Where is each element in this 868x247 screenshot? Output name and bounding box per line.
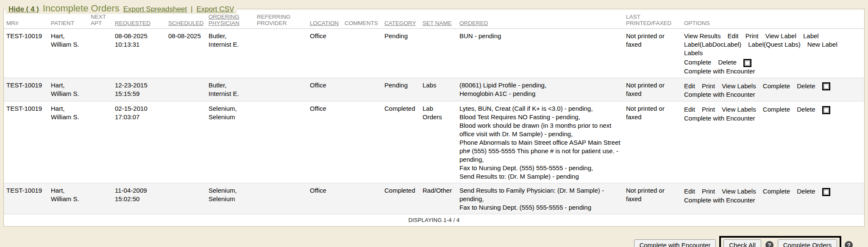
- complete-with-encounter-link[interactable]: Complete with Encounter: [684, 67, 755, 75]
- delete-link[interactable]: Delete: [718, 59, 736, 66]
- labels-link[interactable]: Labels: [684, 49, 703, 56]
- edit-link[interactable]: Edit: [684, 188, 695, 195]
- cell-patient: Hart, William S.: [48, 29, 88, 78]
- cell-options: Edit Print View Labels Complete Delete C…: [682, 101, 864, 183]
- cell-next-apt: [88, 29, 112, 78]
- displaying-bar: DISPLAYING 1-4 / 4: [4, 214, 864, 226]
- cell-physician: Butler, Internist E.: [206, 29, 254, 78]
- column-header-referring-provider: REFERRING PROVIDER: [254, 13, 307, 29]
- column-header-options: OPTIONS: [682, 13, 864, 29]
- view-labels-link[interactable]: View Labels: [722, 82, 756, 90]
- cell-printed: Not printed or faxed: [623, 29, 682, 78]
- column-header-last-printed-faxed: LAST PRINTED/FAXED: [623, 13, 682, 29]
- print-link[interactable]: Print: [702, 188, 715, 195]
- column-header-patient: PATIENT: [48, 13, 88, 29]
- cell-ordered: Lytes, BUN, Creat (Call if K+ is <3.0) -…: [457, 101, 623, 183]
- complete-link[interactable]: Complete: [763, 188, 790, 195]
- delete-link[interactable]: Delete: [797, 82, 815, 90]
- cell-printed: Not printed or faxed: [623, 78, 682, 101]
- cell-location: Office: [307, 183, 342, 214]
- complete-link[interactable]: Complete: [684, 59, 711, 66]
- cell-physician: Butler, Internist E.: [206, 78, 254, 101]
- complete-link[interactable]: Complete: [763, 82, 790, 90]
- complete-with-encounter-button[interactable]: Complete with Encounter: [634, 239, 716, 247]
- incomplete-orders-panel: Hide ( 4 ) Incomplete Orders Export Spre…: [3, 9, 865, 227]
- export-csv-link[interactable]: Export CSV: [196, 5, 234, 14]
- legend-separator: |: [191, 5, 192, 14]
- complete-with-encounter-link[interactable]: Complete with Encounter: [684, 115, 755, 122]
- order-row: TEST-10019Hart, William S.02-15-2010 17:…: [4, 101, 864, 183]
- cell-category: Completed: [382, 183, 420, 214]
- help-icon[interactable]: ?: [845, 241, 853, 247]
- row-checkbox-inner: [824, 190, 829, 194]
- row-checkbox-inner: [824, 84, 829, 89]
- cell-scheduled: [166, 101, 206, 183]
- panel-legend: Hide ( 4 ) Incomplete Orders Export Spre…: [6, 3, 237, 14]
- label-labdoclabel-link[interactable]: Label(LabDocLabel): [684, 41, 741, 48]
- complete-with-encounter-link[interactable]: Complete with Encounter: [684, 196, 755, 204]
- new-label-link[interactable]: New Label: [807, 41, 837, 48]
- column-header-category[interactable]: CATEGORY: [382, 13, 420, 29]
- cell-comments: [342, 29, 382, 78]
- cell-comments: [342, 101, 382, 183]
- orders-table: MR#PATIENTNEXT APTREQUESTEDSCHEDULEDORDE…: [4, 13, 864, 214]
- print-link[interactable]: Print: [746, 32, 759, 39]
- row-checkbox[interactable]: [822, 188, 830, 196]
- cell-ordered: (80061) Lipid Profile - pending, Hemoglo…: [457, 78, 623, 101]
- cell-options: View Results Edit Print View Label Label…: [682, 29, 864, 78]
- view-labels-link[interactable]: View Labels: [722, 188, 756, 195]
- check-all-button[interactable]: Check All: [723, 239, 761, 247]
- option-links-row: Edit Print View Labels Complete Delete: [684, 187, 862, 196]
- column-header-ordered[interactable]: ORDERED: [457, 13, 623, 29]
- row-checkbox[interactable]: [743, 59, 751, 67]
- column-header-next-apt: NEXT APT: [88, 13, 112, 29]
- complete-orders-button[interactable]: Complete Orders: [778, 239, 837, 247]
- cell-set-name: Lab Orders: [420, 101, 457, 183]
- column-header-location[interactable]: LOCATION: [307, 13, 342, 29]
- edit-link[interactable]: Edit: [728, 32, 739, 39]
- cell-location: Office: [307, 101, 342, 183]
- delete-link[interactable]: Delete: [797, 106, 815, 113]
- column-header-mr: MR#: [4, 13, 48, 29]
- print-link[interactable]: Print: [702, 106, 715, 113]
- hide-link[interactable]: Hide ( 4 ): [8, 5, 39, 14]
- row-checkbox[interactable]: [822, 82, 830, 90]
- cell-category: Pending: [382, 29, 420, 78]
- footer-actions: Complete with Encounter Check All ? Comp…: [0, 227, 868, 247]
- label-link[interactable]: Label: [803, 32, 819, 39]
- option-links: View Results Edit Print View Label Label…: [684, 32, 843, 56]
- cell-patient: Hart, William S.: [48, 78, 88, 101]
- cell-mr: TEST-10019: [4, 183, 48, 214]
- column-header-requested[interactable]: REQUESTED: [112, 13, 166, 29]
- row-checkbox-inner: [824, 108, 829, 112]
- delete-link[interactable]: Delete: [797, 188, 815, 195]
- column-header-ordering-physician[interactable]: ORDERING PHYSICIAN: [206, 13, 254, 29]
- cell-requested: 08-08-2025 10:13:31: [112, 29, 166, 78]
- help-icon[interactable]: ?: [765, 241, 773, 247]
- edit-link[interactable]: Edit: [684, 106, 695, 113]
- cell-printed: Not printed or faxed: [623, 101, 682, 183]
- column-header-scheduled[interactable]: SCHEDULED: [166, 13, 206, 29]
- print-link[interactable]: Print: [702, 82, 715, 90]
- cell-requested: 11-04-2009 15:02:50: [112, 183, 166, 214]
- cell-referring: [254, 101, 307, 183]
- order-row: TEST-10019Hart, William S.12-23-2015 15:…: [4, 78, 864, 101]
- cell-referring: [254, 29, 307, 78]
- row-checkbox-inner: [745, 61, 750, 65]
- row-checkbox[interactable]: [822, 106, 830, 114]
- column-header-comments: COMMENTS: [342, 13, 382, 29]
- view-results-link[interactable]: View Results: [684, 32, 721, 39]
- option-links-row: Complete Delete: [684, 58, 862, 67]
- cell-referring: [254, 183, 307, 214]
- cell-ordered: Send Results to Family Physician: (Dr. M…: [457, 183, 623, 214]
- complete-with-encounter-link[interactable]: Complete with Encounter: [684, 91, 755, 98]
- view-label-link[interactable]: View Label: [765, 32, 796, 39]
- cell-comments: [342, 183, 382, 214]
- column-header-set-name[interactable]: SET NAME: [420, 13, 457, 29]
- edit-link[interactable]: Edit: [684, 82, 695, 90]
- view-labels-link[interactable]: View Labels: [722, 106, 756, 113]
- export-spreadsheet-link[interactable]: Export Spreadsheet: [123, 5, 187, 14]
- cell-options: Edit Print View Labels Complete Delete C…: [682, 78, 864, 101]
- label-quest-labs-link[interactable]: Label(Quest Labs): [748, 41, 800, 48]
- complete-link[interactable]: Complete: [763, 106, 790, 113]
